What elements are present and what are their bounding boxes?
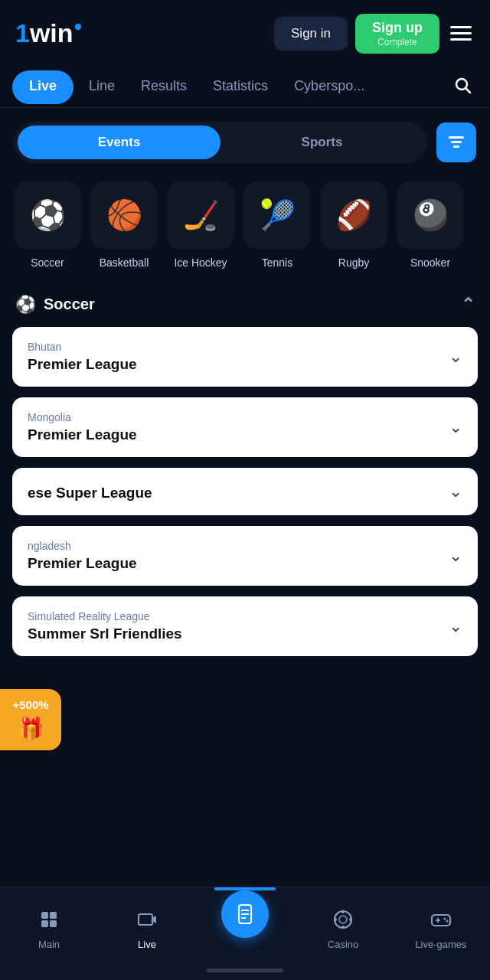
svg-rect-5 — [50, 920, 57, 927]
soccer-section-label: Soccer — [44, 296, 95, 313]
search-button[interactable] — [447, 70, 478, 105]
filter-line-2 — [451, 141, 462, 143]
league-country-bangladesh: ngladesh — [28, 540, 137, 552]
sport-item-rugby[interactable]: 🏈 Rugby — [320, 181, 387, 269]
league-name-chinese-super: ese Super League — [28, 485, 152, 501]
nav-item-bets[interactable] — [196, 887, 294, 947]
header-buttons: Sign in Sign up Complete — [274, 14, 475, 54]
sport-item-tennis[interactable]: 🎾 Tennis — [243, 181, 311, 269]
sport-label-soccer: Soccer — [31, 256, 64, 269]
logo-one: 1 — [15, 18, 30, 48]
sport-icon-basketball: 🏀 — [90, 181, 158, 249]
chevron-down-icon-srl: ⌄ — [449, 616, 462, 636]
events-sports-toggle: Events Sports — [14, 122, 427, 163]
promo-badge[interactable]: +500% 🎁 — [0, 689, 61, 750]
events-toggle-btn[interactable]: Events — [18, 126, 220, 159]
sport-label-basketball: Basketball — [100, 256, 149, 269]
svg-line-1 — [466, 88, 471, 93]
sport-item-basketball[interactable]: 🏀 Basketball — [90, 181, 158, 269]
svg-point-21 — [446, 920, 449, 923]
logo-win: win — [30, 18, 74, 48]
sport-item-snooker[interactable]: 🎱 Snooker — [397, 181, 464, 269]
bets-center-circle — [221, 890, 269, 938]
nav-item-live[interactable]: Live — [98, 906, 196, 953]
league-card-bhutan[interactable]: Bhutan Premier League ⌄ — [12, 327, 478, 387]
sport-icon-rugby: 🏈 — [320, 181, 387, 249]
sport-item-ice-hockey[interactable]: 🏒 Ice Hockey — [167, 181, 234, 269]
logo: 1 win — [15, 18, 81, 48]
svg-rect-4 — [41, 920, 48, 927]
header: 1 win Sign in Sign up Complete — [0, 0, 490, 67]
logo-dot — [75, 24, 81, 30]
svg-point-13 — [341, 910, 345, 913]
menu-button[interactable] — [447, 23, 475, 44]
tab-cybersports[interactable]: Cyberspo... — [283, 67, 375, 107]
sport-item-soccer[interactable]: ⚽ Soccer — [14, 181, 81, 269]
sport-icon-tennis: 🎾 — [243, 181, 311, 249]
filter-icon — [449, 136, 464, 148]
chevron-down-icon-bangladesh: ⌄ — [449, 546, 462, 566]
filter-button[interactable] — [436, 122, 476, 162]
nav-item-main[interactable]: Main — [0, 906, 98, 953]
sport-icon-ice-hockey: 🏒 — [167, 181, 234, 249]
soccer-section-title: ⚽ Soccer — [15, 295, 95, 315]
league-card-mongolia[interactable]: Mongolia Premier League ⌄ — [12, 397, 478, 457]
filter-line-3 — [453, 145, 459, 148]
nav-item-live-games[interactable]: Live-games — [392, 906, 490, 953]
tab-line[interactable]: Line — [78, 67, 126, 107]
sport-icon-soccer: ⚽ — [14, 181, 81, 249]
league-name-bangladesh: Premier League — [28, 555, 137, 572]
menu-line-1 — [450, 26, 472, 28]
league-info-chinese-super: ese Super League — [28, 482, 152, 501]
promo-percent: +500% — [12, 698, 48, 711]
bottom-indicator — [0, 964, 490, 980]
main-icon — [38, 909, 60, 936]
svg-point-16 — [349, 918, 352, 921]
league-card-bangladesh[interactable]: ngladesh Premier League ⌄ — [12, 526, 478, 586]
collapse-icon[interactable]: ⌃ — [461, 295, 475, 315]
nav-item-casino[interactable]: Casino — [294, 906, 392, 953]
filter-line-1 — [449, 136, 464, 139]
league-name-srl: Summer Srl Friendlies — [28, 626, 182, 642]
league-country-srl: Simulated Reality League — [28, 610, 182, 622]
toggle-row: Events Sports — [0, 108, 490, 177]
league-card-srl[interactable]: Simulated Reality League Summer Srl Frie… — [12, 596, 478, 656]
league-list: Bhutan Premier League ⌄ Mongolia Premier… — [0, 327, 490, 656]
bottom-indicator-bar — [207, 969, 283, 972]
chevron-down-icon-chinese-super: ⌄ — [449, 482, 462, 501]
signup-sub-text: Complete — [377, 37, 416, 47]
league-info-bangladesh: ngladesh Premier League — [28, 540, 137, 572]
league-name-bhutan: Premier League — [28, 356, 137, 373]
tab-statistics[interactable]: Statistics — [202, 67, 279, 107]
league-card-chinese-super[interactable]: ese Super League ⌄ — [12, 468, 478, 515]
promo-inner: +500% 🎁 — [0, 689, 61, 750]
svg-point-12 — [339, 916, 347, 923]
league-name-mongolia: Premier League — [28, 426, 137, 443]
svg-rect-3 — [50, 912, 57, 919]
nav-tabs: Live Line Results Statistics Cyberspo... — [0, 67, 490, 108]
bottom-nav: Main Live — [0, 887, 490, 980]
live-games-label: Live-games — [415, 939, 466, 950]
chevron-down-icon-bhutan: ⌄ — [449, 347, 462, 367]
signup-button[interactable]: Sign up Complete — [355, 14, 439, 54]
main-label: Main — [38, 939, 60, 950]
menu-line-2 — [450, 32, 472, 34]
live-icon — [136, 909, 158, 936]
main-content: Events Sports ⚽ Soccer 🏀 Basketball 🏒 Ic… — [0, 108, 490, 794]
bottom-nav-items: Main Live — [0, 892, 490, 964]
signup-main-text: Sign up — [372, 20, 423, 37]
league-country-mongolia: Mongolia — [28, 411, 137, 423]
svg-point-11 — [335, 911, 351, 928]
live-label: Live — [138, 939, 156, 950]
league-info-bhutan: Bhutan Premier League — [28, 341, 137, 373]
signin-button[interactable]: Sign in — [274, 17, 348, 51]
sports-toggle-btn[interactable]: Sports — [220, 126, 423, 159]
tab-results[interactable]: Results — [130, 67, 198, 107]
casino-label: Casino — [328, 939, 358, 950]
svg-point-14 — [341, 926, 345, 929]
league-country-bhutan: Bhutan — [28, 341, 137, 353]
tab-live[interactable]: Live — [12, 70, 74, 104]
casino-icon — [332, 909, 354, 936]
svg-rect-2 — [41, 912, 48, 919]
sport-label-rugby: Rugby — [338, 256, 369, 269]
